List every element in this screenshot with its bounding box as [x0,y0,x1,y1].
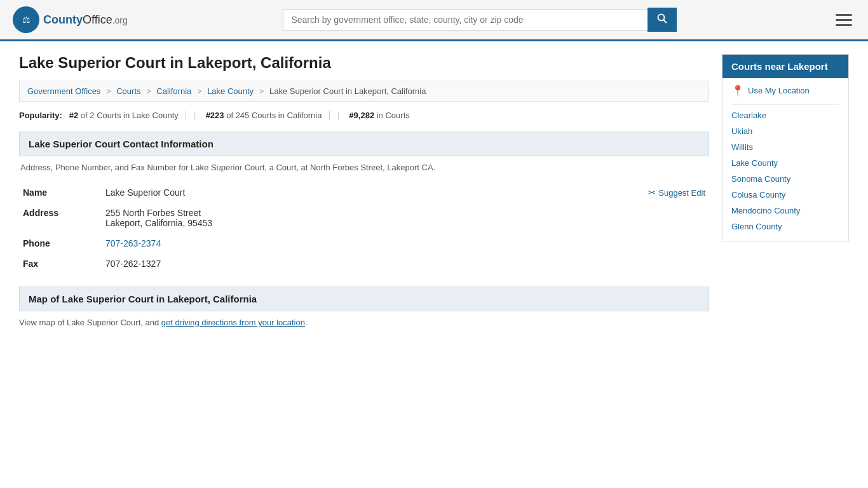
sidebar-link-colusa-county[interactable]: Colusa County [731,187,839,203]
main-container: Lake Superior Court in Lakeport, Califor… [0,41,868,353]
svg-text:⚖: ⚖ [22,15,31,25]
content-area: Lake Superior Court in Lakeport, Califor… [19,54,709,340]
popularity-rank1-text: of 2 Courts in Lake County [81,111,179,120]
logo-area: ⚖ CountyOffice.org [13,6,128,33]
name-value-row: Lake Superior Court ✂ Suggest Edit [105,187,705,198]
fax-value: 707-262-1327 [102,254,709,274]
sidebar-link-sonoma-county[interactable]: Sonoma County [731,171,839,187]
breadcrumb-sep-4: > [259,86,264,96]
sidebar-link-willits[interactable]: Willits [731,139,839,155]
map-desc-before: View map of Lake Superior Court, and [19,318,161,327]
menu-line-1 [836,14,852,16]
sidebar-title: Courts near Lakeport [722,55,848,78]
breadcrumb-sep-1: > [106,86,111,96]
breadcrumb-item-current: Lake Superior Court in Lakeport, Califor… [269,86,426,96]
breadcrumb: Government Offices > Courts > California… [19,81,709,102]
suggest-edit-label: Suggest Edit [658,188,705,198]
logo-icon: ⚖ [13,6,39,33]
use-my-location-button[interactable]: 📍 Use My Location [731,85,839,97]
sidebar-content: 📍 Use My Location Clearlake Ukiah Willit… [722,78,848,241]
sidebar-link-ukiah[interactable]: Ukiah [731,123,839,139]
sidebar-box: Courts near Lakeport 📍 Use My Location C… [722,54,849,241]
contact-info-table: Name Lake Superior Court ✂ Suggest Edit … [19,182,709,274]
map-section-desc: View map of Lake Superior Court, and get… [19,318,709,327]
map-section: Map of Lake Superior Court in Lakeport, … [19,287,709,327]
svg-point-2 [658,15,665,21]
table-row: Phone 707-263-2374 [19,233,709,254]
popularity-sep-1: | [186,111,198,120]
page-title: Lake Superior Court in Lakeport, Califor… [19,54,709,72]
popularity-rank2: #223 [206,111,224,120]
sidebar: Courts near Lakeport 📍 Use My Location C… [722,54,849,340]
sidebar-link-clearlake[interactable]: Clearlake [731,107,839,123]
menu-button[interactable] [832,11,855,29]
search-button[interactable] [648,8,677,32]
menu-line-2 [836,19,852,21]
suggest-edit-button[interactable]: ✂ Suggest Edit [648,187,705,198]
contact-section-header: Lake Superior Court Contact Information [19,132,709,156]
header: ⚖ CountyOffice.org [0,0,868,41]
breadcrumb-item-courts[interactable]: Courts [116,86,140,96]
menu-line-3 [836,24,852,26]
search-input[interactable] [283,9,648,30]
breadcrumb-item-lake-county[interactable]: Lake County [207,86,254,96]
location-icon: 📍 [731,85,744,97]
breadcrumb-sep-2: > [146,86,151,96]
contact-section: Lake Superior Court Contact Information … [19,132,709,274]
popularity-rank3-text: in Courts [377,111,410,120]
address-label: Address [19,203,102,233]
search-area [283,8,677,32]
breadcrumb-item-california[interactable]: California [156,86,191,96]
breadcrumb-sep-3: > [197,86,202,96]
breadcrumb-item-gov-offices[interactable]: Government Offices [27,86,100,96]
popularity-rank1: #2 [69,111,78,120]
name-value: Lake Superior Court [105,187,185,198]
use-my-location-label: Use My Location [748,86,810,95]
sidebar-link-lake-county[interactable]: Lake County [731,155,839,171]
fax-label: Fax [19,254,102,274]
table-row: Address 255 North Forbes Street Lakeport… [19,203,709,233]
search-icon [657,13,667,24]
address-line1: 255 North Forbes Street [105,208,705,218]
popularity-rank2-text: of 245 Courts in California [226,111,322,120]
popularity-label: Popularity: [19,111,62,120]
address-line2: Lakeport, California, 95453 [105,218,705,228]
name-label: Name [19,182,102,203]
svg-line-3 [664,20,667,24]
map-section-header: Map of Lake Superior Court in Lakeport, … [19,287,709,311]
edit-icon: ✂ [648,187,656,198]
contact-section-desc: Address, Phone Number, and Fax Number fo… [19,163,709,172]
sidebar-link-mendocino-county[interactable]: Mendocino County [731,203,839,219]
sidebar-link-glenn-county[interactable]: Glenn County [731,219,839,234]
table-row: Name Lake Superior Court ✂ Suggest Edit [19,182,709,203]
phone-label: Phone [19,233,102,254]
phone-value[interactable]: 707-263-2374 [105,238,161,248]
logo-text: CountyOffice.org [43,13,128,27]
map-desc-after: . [305,318,308,327]
table-row: Fax 707-262-1327 [19,254,709,274]
popularity-bar: Popularity: #2 of 2 Courts in Lake Count… [19,111,709,120]
sidebar-divider [731,104,839,105]
popularity-sep-2: | [329,111,342,120]
driving-directions-link[interactable]: get driving directions from your locatio… [161,318,305,327]
popularity-rank3: #9,282 [349,111,374,120]
